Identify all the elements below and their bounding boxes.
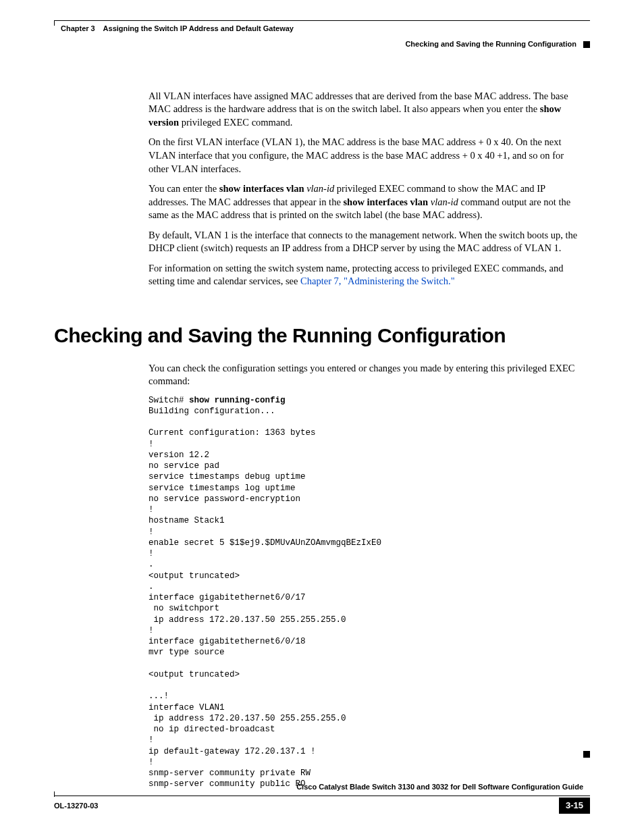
intro-paragraph: You can check the configuration settings… <box>149 362 583 388</box>
footer-marker-icon <box>583 751 590 758</box>
chapter-title: Assigning the Switch IP Address and Defa… <box>103 24 294 32</box>
body-content: All VLAN interfaces have assigned MAC ad… <box>149 90 583 790</box>
paragraph-3: You can enter the show interfaces vlan v… <box>149 182 583 222</box>
footer-doc-id: OL-13270-03 <box>54 801 98 811</box>
chapter-7-link[interactable]: Chapter 7, "Administering the Switch." <box>300 276 455 286</box>
footer-guide-title: Cisco Catalyst Blade Switch 3130 and 303… <box>54 782 583 792</box>
document-page: Chapter 3 Assigning the Switch IP Addres… <box>0 0 644 834</box>
footer-rule <box>54 796 590 796</box>
running-header-section: Checking and Saving the Running Configur… <box>54 39 590 49</box>
paragraph-2: On the first VLAN interface (VLAN 1), th… <box>149 136 583 176</box>
paragraph-1: All VLAN interfaces have assigned MAC ad… <box>149 90 583 130</box>
header-rule <box>54 20 590 21</box>
chapter-header: Chapter 3 Assigning the Switch IP Addres… <box>54 24 590 34</box>
page-footer: Cisco Catalyst Blade Switch 3130 and 303… <box>54 782 590 814</box>
code-block: Switch# show running-config Building con… <box>149 395 583 790</box>
code-output: Building configuration... Current config… <box>149 407 381 789</box>
section-heading: Checking and Saving the Running Configur… <box>54 322 583 350</box>
paragraph-4: By default, VLAN 1 is the interface that… <box>149 229 583 255</box>
paragraph-5: For information on setting the switch sy… <box>149 262 583 288</box>
section-title-text: Checking and Saving the Running Configur… <box>405 40 576 48</box>
chapter-label: Chapter 3 <box>61 24 95 32</box>
page-number: 3-15 <box>559 798 590 814</box>
section-marker-icon <box>583 41 590 48</box>
